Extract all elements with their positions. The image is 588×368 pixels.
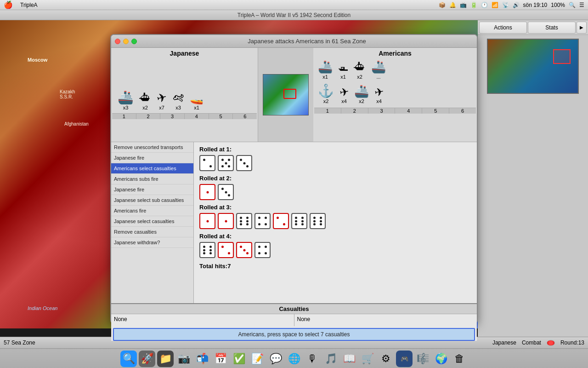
status-mode: Combat (522, 339, 541, 346)
center-map-area (258, 48, 313, 142)
sidebar-toolbar: Actions Stats ▶ (478, 20, 588, 35)
americans-label: Americans (314, 49, 476, 58)
japanese-col-ruler: 1 2 3 4 5 6 (112, 113, 257, 119)
a-col-6: 6 (449, 108, 476, 114)
step-japanese-select-casualties[interactable]: Japanese select casualties (111, 216, 193, 227)
dice-line-2 (199, 184, 471, 200)
roll-section-4: Rolled at 4: (199, 233, 471, 258)
step-japanese-withdraw[interactable]: Japanese withdraw? (111, 237, 193, 248)
dock-music[interactable]: 🎵 (322, 351, 339, 367)
step-japanese-fire[interactable]: Japanese fire (111, 153, 193, 163)
a-col-2: 2 (341, 108, 368, 114)
step-japanese-fire2[interactable]: Japanese fire (111, 184, 193, 195)
search-icon[interactable]: 🔍 (569, 2, 576, 8)
dock-safari[interactable]: 🌐 (286, 351, 302, 367)
dock-appstore[interactable]: 🛒 (359, 351, 376, 367)
dock-mail[interactable]: 📬 (194, 351, 210, 367)
dock-maps[interactable]: 🌍 (433, 351, 449, 367)
dock-finder[interactable]: 🔍 (120, 351, 137, 367)
map-highlight (283, 89, 296, 99)
app-name[interactable]: TripleA (20, 2, 38, 8)
traffic-lights (115, 39, 137, 44)
die-3-7 (310, 213, 326, 229)
casualties-area: Casualties None None Americans, press sp… (111, 303, 477, 341)
american-unit-destroyer: ⛴ x2 (354, 60, 366, 80)
wifi-icon: 📡 (502, 2, 509, 8)
die-2-2 (218, 184, 234, 200)
roll-section-3: Rolled at 3: (199, 204, 471, 229)
american-unit-sub1: 🛥 x1 (338, 62, 348, 80)
window-titlebar: TripleA – World War II v5 1942 Second Ed… (0, 10, 588, 20)
die-3-5 (273, 213, 289, 229)
die-1-3 (236, 155, 252, 171)
die-4-2 (218, 242, 234, 258)
minimize-button[interactable] (123, 39, 129, 44)
american-unit-ellipsis: 🚢 ... (371, 60, 386, 80)
units-area: Japanese 🚢 x3 ⛴ x2 ✈ x7 (111, 48, 477, 142)
dock-podcast[interactable]: 🎙 (304, 351, 321, 367)
roll-section-2: Rolled at 2: (199, 175, 471, 200)
stats-button[interactable]: Stats (528, 22, 576, 34)
casualties-left: None (111, 314, 294, 326)
dock: 🔍 🚀 📁 📷 📬 📅 ✅ 📝 💬 🌐 🎙 🎵 📖 🛒 ⚙ 🎮 🎼 🌍 🗑 (0, 349, 588, 368)
window-title: TripleA – World War II v5 1942 Second Ed… (237, 12, 351, 18)
step-americans-fire[interactable]: Americans fire (111, 206, 193, 216)
close-button[interactable] (115, 39, 120, 44)
minimap-highlight (553, 49, 571, 64)
dock-garageband[interactable]: 🎼 (414, 351, 431, 367)
die-3-2 (218, 213, 234, 229)
dock-camera[interactable]: 📷 (175, 351, 192, 367)
dock-photos[interactable]: 📁 (157, 351, 174, 367)
combat-dialog: Japanese attacks Americans in 61 Sea Zon… (110, 34, 478, 324)
j-col-6: 6 (233, 114, 257, 119)
battle-content: Remove unescorted transports Japanese fi… (111, 142, 477, 303)
time-display: sön 19:10 (523, 2, 548, 8)
roll-label-4: Rolled at 4: (199, 233, 471, 240)
roll-label-2: Rolled at 2: (199, 175, 471, 182)
menu-icon[interactable]: ☰ (579, 2, 584, 8)
dock-trash[interactable]: 🗑 (451, 351, 468, 367)
dock-notes[interactable]: 📝 (249, 351, 266, 367)
step-remove-transports[interactable]: Remove unescorted transports (111, 142, 193, 153)
menubar-right: 📦 🔔 📺 🔋 🕐 📶 📡 🔊 sön 19:10 100% 🔍 ☰ (439, 2, 584, 8)
notification-icon: 🔔 (449, 2, 456, 8)
dock-triplea[interactable]: 🎮 (396, 351, 413, 367)
step-japanese-select-sub-casualties[interactable]: Japanese select sub casualties (111, 195, 193, 206)
next-button[interactable]: ▶ (577, 22, 587, 34)
dock-calendar[interactable]: 📅 (212, 351, 229, 367)
j-col-4: 4 (185, 114, 209, 119)
dialog-title: Japanese attacks Americans in 61 Sea Zon… (141, 38, 473, 45)
american-units-row1: 🚢 x1 🛥 x1 ⛴ x2 🚢 ... (315, 59, 475, 80)
roll-section-1: Rolled at 1: (199, 146, 471, 171)
j-col-2: 2 (136, 114, 161, 119)
dock-reminders[interactable]: ✅ (231, 351, 247, 367)
dock-books[interactable]: 📖 (341, 351, 357, 367)
step-americans-select-casualties[interactable]: Americans select casualties (111, 163, 193, 174)
american-unit-fighter2: ✈ x4 (374, 86, 384, 104)
a-col-4: 4 (395, 108, 422, 114)
dock-launchpad[interactable]: 🚀 (139, 351, 155, 367)
dock-messages[interactable]: 💬 (267, 351, 284, 367)
fullscreen-button[interactable] (131, 39, 137, 44)
japanese-unit-destroyer: 🚢 x3 (118, 90, 134, 110)
a-col-5: 5 (422, 108, 449, 114)
menubar: 🍎 TripleA 📦 🔔 📺 🔋 🕐 📶 📡 🔊 sön 19:10 100%… (0, 0, 588, 10)
step-americans-subs-fire[interactable]: Americans subs fire (111, 174, 193, 184)
step-remove-casualties[interactable]: Remove casualties (111, 227, 193, 237)
die-3-4 (254, 213, 271, 229)
dock-settings[interactable]: ⚙ (378, 351, 394, 367)
apple-menu[interactable]: 🍎 (4, 0, 13, 9)
japanese-flag-icon (547, 340, 555, 346)
american-unit-battleship: ⚓ x2 (318, 83, 334, 104)
die-1-1 (199, 155, 215, 171)
roll-label-1: Rolled at 1: (199, 146, 471, 153)
j-col-1: 1 (112, 114, 136, 119)
rolls-column: Rolled at 1: (194, 142, 477, 303)
die-3-6 (291, 213, 307, 229)
dice-line-3 (199, 213, 471, 229)
die-3-1 (199, 213, 215, 229)
action-prompt[interactable]: Americans, press space to select 7 casua… (113, 328, 475, 341)
actions-button[interactable]: Actions (479, 22, 527, 34)
casualties-row: None None (111, 314, 477, 326)
american-unit-cruiser: 🚢 x2 (354, 84, 369, 104)
